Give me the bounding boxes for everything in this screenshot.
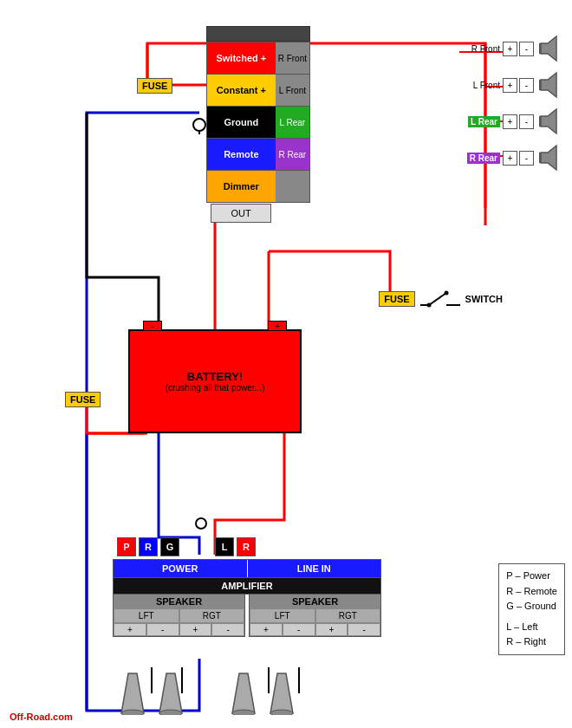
amp-sp-rgt-plus: +	[179, 623, 212, 636]
amp-main-label: AMPLIFIER	[114, 578, 380, 594]
hu-row-switched: Switched + R Front	[206, 42, 310, 75]
svg-rect-15	[539, 80, 541, 90]
svg-point-23	[444, 291, 448, 296]
svg-marker-27	[159, 673, 182, 713]
sp-lfront-label: L Front	[461, 81, 500, 90]
sp-lfront-pair: + -	[503, 78, 534, 93]
amp-sp-rgt-minus: -	[211, 623, 244, 636]
svg-marker-16	[541, 109, 556, 133]
hu-top-bar	[206, 26, 310, 42]
bottom-speakers	[120, 672, 295, 715]
sp-lfront-plus: +	[503, 78, 517, 93]
sp-rfront-plus: +	[503, 42, 517, 56]
amp-sp-right-cols: LFT RGT	[250, 608, 380, 623]
amp-terminal-p: P	[117, 537, 136, 556]
legend-g: G – Ground	[506, 599, 557, 614]
battery-neg-terminal: -	[143, 321, 162, 331]
amp-power-label: POWER	[114, 560, 248, 577]
speaker-row-lrear: L Rear + -	[461, 107, 562, 135]
amp-sp-rgt-label: RGT	[179, 608, 245, 623]
amp-power-linein-section: POWER LINE IN	[113, 559, 381, 578]
legend-l: L – Left	[506, 620, 557, 635]
hu-row-remote: Remote R Rear	[206, 138, 310, 171]
amp-power-linein: POWER LINE IN	[114, 560, 380, 577]
speaker-group-right: R Front + - L Front + -	[461, 35, 562, 180]
battery: - + BATTERY! (crushing all that power...…	[128, 329, 302, 433]
sp-lfront-minus: -	[519, 78, 534, 93]
svg-marker-18	[541, 146, 556, 170]
amp-sp-r-rgt-plus: +	[315, 623, 348, 636]
sp-rrear-plus: +	[503, 151, 517, 166]
amp-label-section: AMPLIFIER	[113, 577, 381, 595]
legend-rr: R – Right	[506, 634, 557, 650]
fuse-left: FUSE	[65, 392, 101, 407]
fuse-top-box: FUSE	[137, 78, 172, 94]
sp-rfront-label: R Front	[461, 44, 500, 54]
speaker-row-rfront: R Front + -	[461, 35, 562, 62]
sp-lrear-label: L Rear	[461, 117, 500, 127]
svg-point-32	[270, 710, 293, 715]
amplifier: P R G L R POWER LINE IN AMPLIFIER SPEAKE…	[113, 537, 381, 637]
svg-marker-12	[541, 36, 556, 61]
bottom-speaker-3	[231, 672, 257, 715]
amp-speaker-row: SPEAKER LFT RGT + - + - SPEAKER LFT RGT	[113, 594, 381, 637]
switch-icon	[419, 286, 462, 312]
svg-marker-14	[541, 73, 556, 97]
svg-rect-13	[539, 43, 541, 54]
hu-rfront-label: R Front	[276, 42, 309, 74]
svg-point-28	[159, 710, 182, 715]
legend-p: P – Power	[506, 569, 557, 584]
amp-sp-lft-plus: +	[114, 623, 146, 636]
head-unit: Switched + R Front Constant + L Front Gr…	[206, 26, 310, 223]
amp-terminal-r2: R	[237, 537, 256, 556]
battery-subtitle: (crushing all that power...)	[166, 383, 265, 393]
speaker-icon-lrear	[537, 107, 562, 135]
hu-row-ground: Ground L Rear	[206, 106, 310, 139]
sp-rfront-minus: -	[519, 42, 534, 56]
amp-sp-right-header: SPEAKER	[250, 595, 380, 608]
fuse-switch-fuse: FUSE	[379, 291, 414, 307]
svg-line-22	[429, 293, 446, 305]
battery-title: BATTERY!	[187, 370, 243, 383]
battery-pos-terminal: +	[268, 321, 287, 331]
amp-sp-left: SPEAKER LFT RGT + - + -	[113, 594, 245, 637]
amp-sp-r-rgt-label: RGT	[315, 608, 381, 623]
sp-rrear-badge: R Rear	[467, 153, 500, 164]
hu-dimmer-right	[276, 171, 309, 202]
sp-rfront-pair: + -	[503, 42, 534, 56]
svg-rect-19	[539, 153, 541, 163]
svg-marker-25	[121, 673, 144, 713]
amp-linein-label: LINE IN	[248, 560, 381, 577]
speaker-row-lfront: L Front + -	[461, 71, 562, 99]
speaker-icon-rrear	[537, 144, 562, 172]
switch-label: SWITCH	[465, 294, 503, 304]
amp-sp-right: SPEAKER LFT RGT + - + -	[249, 594, 381, 637]
sp-rrear-boxes: + -	[503, 151, 534, 166]
sp-lfront-boxes: + -	[503, 78, 534, 93]
hu-ground-label: Ground	[207, 107, 276, 138]
hu-rrear-label: R Rear	[276, 139, 309, 170]
bottom-speaker-4	[269, 672, 295, 715]
bottom-speaker-2	[158, 672, 184, 715]
hu-row-constant: Constant + L Front	[206, 74, 310, 107]
sp-rrear-minus: -	[519, 151, 534, 166]
amp-terminal-g: G	[160, 537, 179, 556]
fuse-switch-group: FUSE SWITCH	[379, 286, 503, 312]
bottom-speaker-1	[120, 672, 146, 715]
hu-row-dimmer: Dimmer	[206, 170, 310, 203]
speaker-icon-rfront	[537, 35, 562, 62]
hu-out-label: OUT	[211, 204, 271, 223]
amp-sp-r-lft-plus: +	[250, 623, 283, 636]
ground-circle-amp	[195, 517, 207, 530]
svg-marker-31	[270, 673, 293, 713]
hu-lrear-label: L Rear	[276, 107, 309, 138]
logo: Off-Road.com	[7, 711, 75, 723]
fuse-top: FUSE	[137, 78, 172, 94]
amp-sp-left-terminals: + - + -	[114, 623, 244, 636]
sp-lrear-pair: + -	[503, 114, 534, 129]
sp-rrear-label: R Rear	[461, 153, 500, 163]
speaker-row-rrear: R Rear + -	[461, 144, 562, 172]
hu-constant-label: Constant +	[207, 75, 276, 106]
sp-lrear-boxes: + -	[503, 114, 534, 129]
hu-lfront-label: L Front	[276, 75, 309, 106]
